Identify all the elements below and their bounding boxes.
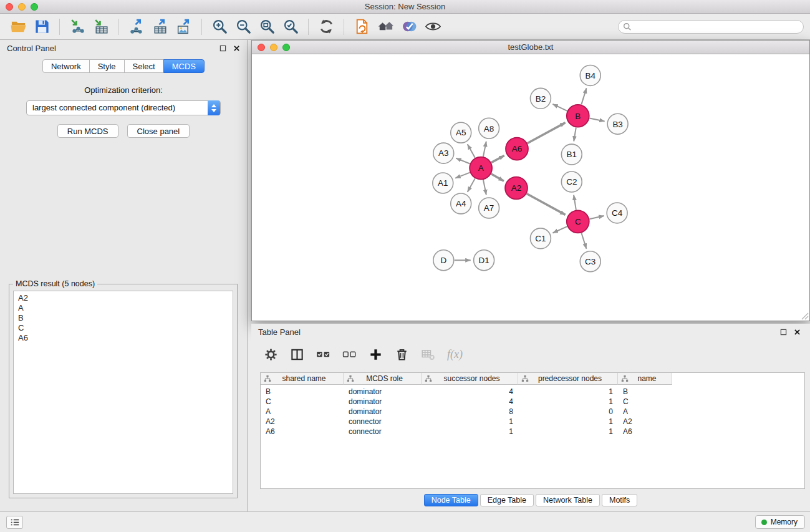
column-header-shared-name[interactable]: shared name: [261, 373, 344, 385]
criterion-dropdown[interactable]: largest connected component (directed): [26, 100, 221, 115]
graph-edge-C-C3[interactable]: [581, 233, 586, 248]
graph-edge-B-B2[interactable]: [552, 104, 567, 111]
tab-network[interactable]: Network: [42, 59, 90, 73]
close-panel-icon[interactable]: [233, 45, 240, 52]
zoom-fit-button[interactable]: [255, 16, 279, 37]
network-window-titlebar[interactable]: testGlobe.txt: [252, 41, 809, 54]
style-check-button[interactable]: [397, 16, 421, 37]
show-columns-button[interactable]: [290, 347, 304, 362]
open-recent-button[interactable]: [350, 16, 374, 37]
graph-node-D[interactable]: D: [433, 250, 454, 271]
float-table-panel-icon[interactable]: [780, 329, 787, 336]
zoom-window-button[interactable]: [31, 3, 38, 11]
memory-button[interactable]: Memory: [755, 515, 805, 529]
graph-edge-C-C4[interactable]: [589, 216, 604, 219]
close-window-button[interactable]: [6, 3, 13, 11]
graph-node-B1[interactable]: B1: [561, 144, 582, 165]
select-all-rows-button[interactable]: [316, 347, 330, 362]
graph-edge-A-A6[interactable]: [491, 155, 504, 162]
graph-node-A5[interactable]: A5: [451, 122, 471, 143]
graph-edge-A-A4[interactable]: [468, 178, 475, 192]
result-item[interactable]: B: [18, 313, 228, 323]
float-panel-icon[interactable]: [219, 45, 226, 52]
deselect-all-rows-button[interactable]: [342, 347, 357, 362]
graph-edge-A-A2[interactable]: [491, 174, 504, 181]
result-item[interactable]: A6: [18, 333, 228, 343]
tab-edge-table[interactable]: Edge Table: [480, 494, 534, 506]
network-graph-canvas[interactable]: B4B2BB3A5A8A6B1A3AC2A1A2A4A7C4CC1C3DD1: [252, 54, 809, 321]
network-zoom-button[interactable]: [282, 44, 290, 51]
graph-node-A4[interactable]: A4: [451, 193, 471, 214]
graph-node-A7[interactable]: A7: [479, 198, 499, 218]
close-panel-button[interactable]: Close panel: [127, 124, 190, 138]
close-table-panel-icon[interactable]: [794, 329, 801, 336]
graph-edge-B-B1[interactable]: [574, 128, 576, 142]
graph-edge-C-C2[interactable]: [574, 195, 576, 210]
graph-node-C3[interactable]: C3: [580, 251, 600, 272]
column-header-mcds-role[interactable]: MCDS role: [344, 373, 422, 385]
graph-edge-B-B3[interactable]: [589, 118, 604, 122]
import-network-button[interactable]: [65, 16, 89, 37]
graph-node-B4[interactable]: B4: [580, 65, 600, 85]
result-item[interactable]: A2: [18, 293, 228, 303]
tab-motifs[interactable]: Motifs: [602, 494, 637, 506]
delete-columns-button[interactable]: [395, 347, 409, 362]
graph-edge-C-C1[interactable]: [552, 226, 567, 233]
tab-network-table[interactable]: Network Table: [536, 494, 600, 506]
window-resize-grip[interactable]: [800, 311, 809, 320]
column-header-successor-nodes[interactable]: successor nodes: [422, 373, 518, 385]
save-session-button[interactable]: [30, 16, 54, 37]
tab-node-table[interactable]: Node Table: [424, 494, 478, 506]
graph-node-A3[interactable]: A3: [433, 143, 454, 163]
table-row[interactable]: Adominator80A: [261, 407, 804, 417]
mcds-result-list[interactable]: A2ABCA6: [13, 291, 233, 494]
network-minimize-button[interactable]: [270, 44, 277, 51]
graph-node-C4[interactable]: C4: [607, 203, 627, 223]
result-item[interactable]: C: [18, 323, 228, 333]
graph-node-B2[interactable]: B2: [530, 88, 551, 109]
tab-select[interactable]: Select: [124, 59, 164, 73]
open-session-button[interactable]: [6, 16, 30, 37]
graph-edge-A6-B[interactable]: [528, 123, 566, 143]
graph-node-A2[interactable]: A2: [505, 177, 528, 200]
graph-node-B[interactable]: B: [567, 105, 589, 127]
table-row[interactable]: A2connector11A2: [261, 417, 804, 427]
graph-node-D1[interactable]: D1: [474, 250, 494, 271]
export-table-button[interactable]: [148, 16, 172, 37]
graph-node-C1[interactable]: C1: [530, 228, 551, 249]
task-history-button[interactable]: [6, 516, 23, 529]
graph-edge-A2-C[interactable]: [527, 194, 566, 215]
export-image-button[interactable]: [172, 16, 196, 37]
export-network-button[interactable]: [125, 16, 148, 37]
tab-style[interactable]: Style: [89, 59, 125, 73]
minimize-window-button[interactable]: [18, 3, 26, 11]
column-header-name[interactable]: name: [618, 373, 672, 385]
graph-edge-A-A1[interactable]: [455, 173, 470, 178]
graph-node-A6[interactable]: A6: [506, 138, 528, 160]
graph-edge-B-B4[interactable]: [581, 88, 586, 104]
zoom-out-button[interactable]: [231, 16, 255, 37]
network-close-button[interactable]: [258, 44, 265, 51]
import-table-button[interactable]: [89, 16, 113, 37]
graph-node-A1[interactable]: A1: [433, 173, 453, 193]
table-mode-button[interactable]: [264, 347, 278, 362]
table-row[interactable]: Cdominator41C: [261, 397, 804, 407]
zoom-in-button[interactable]: [208, 16, 231, 37]
column-header-predecessor-nodes[interactable]: predecessor nodes: [518, 373, 618, 385]
graph-edge-A-A7[interactable]: [483, 180, 486, 195]
tab-mcds[interactable]: MCDS: [163, 59, 205, 73]
graph-node-A[interactable]: A: [470, 157, 492, 180]
home-button[interactable]: [374, 16, 397, 37]
run-mcds-button[interactable]: Run MCDS: [57, 124, 118, 138]
create-column-button[interactable]: [369, 347, 383, 362]
search-input[interactable]: [618, 20, 804, 34]
table-row[interactable]: A6connector11A6: [261, 427, 804, 437]
graph-node-A8[interactable]: A8: [479, 118, 499, 138]
graph-node-C2[interactable]: C2: [561, 172, 582, 192]
result-item[interactable]: A: [18, 303, 228, 313]
table-row[interactable]: Bdominator41B: [261, 387, 804, 397]
graph-node-B3[interactable]: B3: [607, 114, 628, 134]
apply-layout-button[interactable]: [314, 16, 338, 37]
zoom-selected-button[interactable]: [279, 16, 302, 37]
show-graphics-details-button[interactable]: [421, 16, 445, 37]
